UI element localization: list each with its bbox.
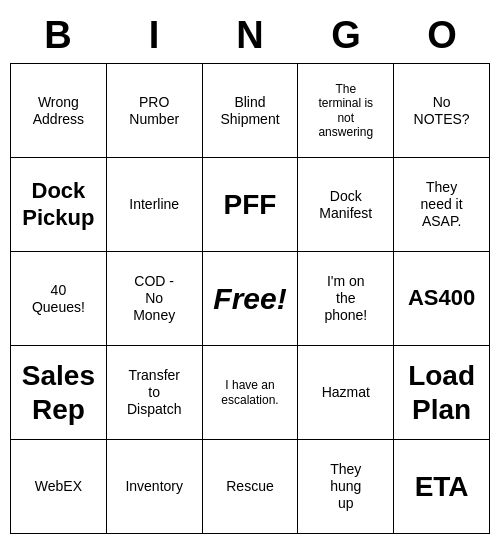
- cell-r1-c1: Interline: [106, 158, 202, 252]
- cell-r0-c3: Theterminal isnotanswering: [298, 64, 394, 158]
- cell-r3-c1: TransfertoDispatch: [106, 346, 202, 440]
- cell-r3-c0: SalesRep: [11, 346, 107, 440]
- cell-text-r2-c4: AS400: [396, 285, 487, 311]
- cell-text-r4-c0: WebEX: [13, 478, 104, 495]
- cell-text-r2-c2: Free!: [205, 281, 296, 317]
- cell-r4-c4: ETA: [394, 440, 490, 534]
- cell-text-r1-c4: Theyneed itASAP.: [396, 179, 487, 229]
- cell-r4-c3: Theyhungup: [298, 440, 394, 534]
- cell-r2-c1: COD -NoMoney: [106, 252, 202, 346]
- cell-r2-c0: 40Queues!: [11, 252, 107, 346]
- cell-text-r2-c1: COD -NoMoney: [109, 273, 200, 323]
- cell-text-r0-c4: NoNOTES?: [396, 94, 487, 128]
- cell-text-r4-c4: ETA: [396, 470, 487, 504]
- cell-r1-c0: DockPickup: [11, 158, 107, 252]
- cell-text-r0-c0: WrongAddress: [13, 94, 104, 128]
- cell-text-r0-c1: PRONumber: [109, 94, 200, 128]
- cell-r1-c3: DockManifest: [298, 158, 394, 252]
- letter-n: N: [210, 14, 290, 57]
- cell-r2-c4: AS400: [394, 252, 490, 346]
- cell-text-r3-c4: LoadPlan: [396, 359, 487, 426]
- cell-text-r1-c0: DockPickup: [13, 178, 104, 231]
- cell-text-r0-c3: Theterminal isnotanswering: [300, 82, 391, 140]
- letter-g: G: [306, 14, 386, 57]
- cell-r0-c4: NoNOTES?: [394, 64, 490, 158]
- cell-r4-c1: Inventory: [106, 440, 202, 534]
- cell-r3-c3: Hazmat: [298, 346, 394, 440]
- cell-r3-c4: LoadPlan: [394, 346, 490, 440]
- cell-r4-c0: WebEX: [11, 440, 107, 534]
- cell-r1-c4: Theyneed itASAP.: [394, 158, 490, 252]
- cell-r1-c2: PFF: [202, 158, 298, 252]
- cell-r2-c2: Free!: [202, 252, 298, 346]
- cell-text-r1-c3: DockManifest: [300, 188, 391, 222]
- cell-text-r3-c2: I have anescalation.: [205, 378, 296, 407]
- letter-o: O: [402, 14, 482, 57]
- cell-text-r1-c1: Interline: [109, 196, 200, 213]
- bingo-grid: WrongAddressPRONumberBlindShipmentTheter…: [10, 63, 490, 534]
- cell-r2-c3: I'm onthephone!: [298, 252, 394, 346]
- letter-i: I: [114, 14, 194, 57]
- cell-text-r0-c2: BlindShipment: [205, 94, 296, 128]
- cell-r3-c2: I have anescalation.: [202, 346, 298, 440]
- cell-text-r2-c0: 40Queues!: [13, 282, 104, 316]
- cell-r0-c1: PRONumber: [106, 64, 202, 158]
- cell-text-r3-c3: Hazmat: [300, 384, 391, 401]
- cell-text-r3-c0: SalesRep: [13, 359, 104, 426]
- bingo-title: B I N G O: [10, 10, 490, 63]
- cell-r0-c2: BlindShipment: [202, 64, 298, 158]
- cell-text-r2-c3: I'm onthephone!: [300, 273, 391, 323]
- cell-r0-c0: WrongAddress: [11, 64, 107, 158]
- cell-text-r4-c1: Inventory: [109, 478, 200, 495]
- cell-text-r4-c3: Theyhungup: [300, 461, 391, 511]
- cell-text-r3-c1: TransfertoDispatch: [109, 367, 200, 417]
- cell-r4-c2: Rescue: [202, 440, 298, 534]
- letter-b: B: [18, 14, 98, 57]
- cell-text-r4-c2: Rescue: [205, 478, 296, 495]
- cell-text-r1-c2: PFF: [205, 188, 296, 222]
